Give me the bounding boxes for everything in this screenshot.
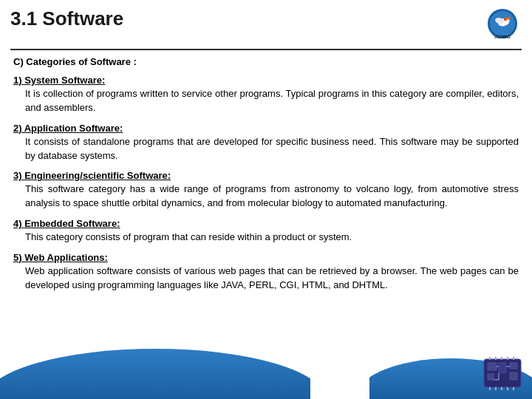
section-application: 2) Application Software: It consists of … xyxy=(13,123,519,163)
header-section: 3.1 Software UCCBRS xyxy=(10,7,522,50)
svg-rect-22 xyxy=(489,387,491,390)
bottom-decoration xyxy=(0,349,532,399)
svg-rect-20 xyxy=(507,357,508,360)
section-web: 5) Web Applications: Web application sof… xyxy=(13,252,519,293)
system-body: It is collection of programs written to … xyxy=(13,87,519,115)
embedded-heading: 4) Embedded Software: xyxy=(13,218,519,229)
section-system: 1) System Software: It is collection of … xyxy=(13,75,519,115)
logo-icon: UCCBRS xyxy=(483,7,522,46)
svg-rect-17 xyxy=(489,357,491,360)
svg-rect-18 xyxy=(495,357,497,360)
intro-heading: C) Categories of Software : xyxy=(13,56,519,67)
section-engineering: 3) Engineering/scientific Software: This… xyxy=(13,170,519,211)
svg-rect-19 xyxy=(501,357,502,360)
svg-rect-10 xyxy=(499,363,506,373)
web-body: Web application software consists of var… xyxy=(13,265,519,293)
embedded-body: This category consists of program that c… xyxy=(13,231,519,245)
section-embedded: 4) Embedded Software: This category cons… xyxy=(13,218,519,245)
page-container: 3.1 Software UCCBRS C) Categories of Sof… xyxy=(0,0,532,399)
blue-wave-left xyxy=(0,349,310,399)
svg-rect-21 xyxy=(513,357,514,360)
content-section: C) Categories of Software : 1) System So… xyxy=(10,56,522,293)
svg-rect-23 xyxy=(495,387,497,390)
svg-rect-12 xyxy=(510,372,517,380)
svg-rect-9 xyxy=(488,374,494,380)
svg-rect-24 xyxy=(501,387,502,390)
svg-text:UCCBRS: UCCBRS xyxy=(494,35,511,39)
engineering-body: This software category has a wide range … xyxy=(13,183,519,211)
web-heading: 5) Web Applications: xyxy=(13,252,519,263)
circuit-icon xyxy=(480,352,525,396)
svg-rect-25 xyxy=(507,387,508,390)
system-heading: 1) System Software: xyxy=(13,75,519,86)
svg-rect-11 xyxy=(510,363,517,369)
application-body: It consists of standalone programs that … xyxy=(13,135,519,163)
svg-rect-26 xyxy=(513,387,514,390)
application-heading: 2) Application Software: xyxy=(13,123,519,134)
section-intro: C) Categories of Software : xyxy=(13,56,519,67)
engineering-heading: 3) Engineering/scientific Software: xyxy=(13,170,519,181)
page-title: 3.1 Software xyxy=(10,7,123,30)
svg-rect-8 xyxy=(488,363,497,370)
